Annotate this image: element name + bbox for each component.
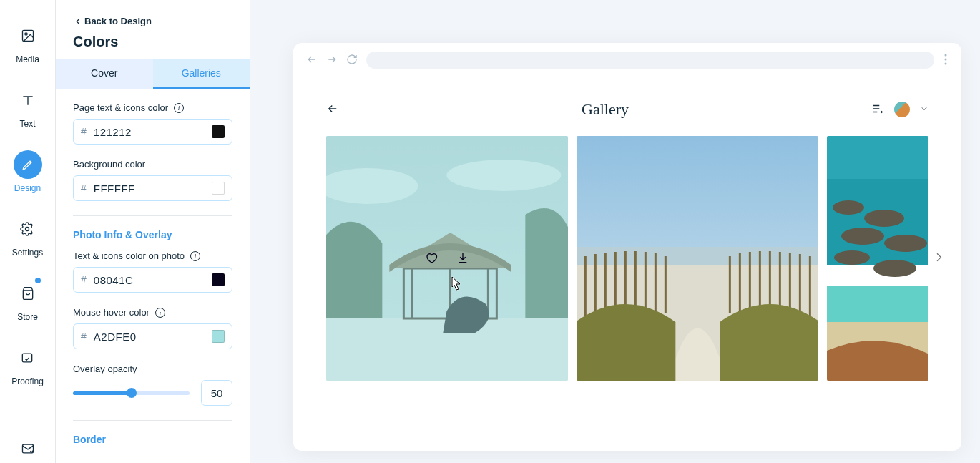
opacity-slider[interactable] [73,386,190,400]
section-border: Border [73,434,232,445]
rail-label: Proofing [11,376,44,386]
info-icon[interactable]: i [190,251,200,261]
rail-item-store[interactable]: Store [14,279,42,322]
svg-point-7 [945,62,947,64]
download-icon[interactable] [456,251,469,266]
rail-item-proofing[interactable]: Proofing [11,343,44,386]
gear-icon [13,215,41,243]
cursor-icon [448,276,462,295]
tab-cover[interactable]: Cover [56,59,153,89]
rail-item-media[interactable]: Media [14,21,42,64]
info-icon[interactable]: i [155,308,165,318]
field-background-color: Background color # FFFFFF [73,159,232,201]
browser-frame: Gallery [293,43,961,451]
rail-item-mail[interactable] [14,434,42,463]
gallery-next-icon[interactable] [933,248,944,270]
design-panel: Back to Design Colors Cover Galleries Pa… [56,0,250,463]
chevron-left-icon [73,16,83,26]
gallery-row [326,136,928,381]
field-page-text-color: Page text & icons color i # 121212 [73,102,232,145]
opacity-value[interactable]: 50 [201,380,232,406]
tab-galleries[interactable]: Galleries [153,59,250,89]
gallery-photo-1[interactable] [326,136,568,381]
panel-tabs: Cover Galleries [56,59,250,89]
bg-hex: FFFFFF [94,182,205,195]
page-title: Gallery [339,100,871,119]
chevron-down-icon[interactable] [920,104,928,115]
bag-icon [14,279,42,308]
pencil-icon [14,150,42,179]
field-text-on-photo-color: Text & icons color on photo i # 08041C [73,250,232,293]
proofing-icon [13,343,41,372]
field-overlay-opacity: Overlay opacity 50 [73,364,232,406]
svg-point-5 [945,54,947,56]
page-back-icon[interactable] [326,102,339,117]
svg-point-42 [864,210,904,227]
rail-item-settings[interactable]: Settings [12,215,43,258]
browser-address-bar [293,43,961,77]
rail-label: Store [17,312,38,322]
divider [73,215,232,216]
gallery-photo-3[interactable] [827,136,928,381]
text-on-photo-hex: 08041C [94,274,205,286]
svg-point-2 [26,228,29,231]
bg-swatch[interactable] [212,182,225,195]
hover-color-input[interactable]: # A2DFE0 [73,323,232,349]
browser-menu-icon[interactable] [943,54,949,67]
photo-actions [326,136,568,381]
slider-thumb[interactable] [127,388,137,398]
page-text-hex: 121212 [94,126,205,138]
text-on-photo-swatch[interactable] [212,273,225,286]
page-text-label: Page text & icons color [73,102,168,113]
browser-refresh-icon[interactable] [346,54,358,67]
rail-item-text[interactable]: Text [14,86,42,129]
rail-label: Design [14,183,41,193]
heart-icon[interactable] [425,251,438,266]
avatar[interactable] [894,102,910,117]
rail-item-design[interactable]: Design [14,150,42,193]
hash-symbol: # [81,274,87,286]
field-hover-color: Mouse hover color i # A2DFE0 [73,307,232,349]
preview-canvas: Gallery [250,0,980,463]
rail-label: Settings [12,248,43,258]
section-photo-info: Photo Info & Overlay [73,229,232,240]
divider [73,420,232,421]
page-text-color-input[interactable]: # 121212 [73,119,232,145]
panel-title: Colors [73,34,232,50]
hash-symbol: # [81,182,87,194]
text-on-photo-color-input[interactable]: # 08041C [73,267,232,293]
svg-point-1 [24,33,26,35]
bg-color-input[interactable]: # FFFFFF [73,175,232,201]
svg-point-6 [945,58,947,60]
opacity-label: Overlay opacity [73,364,137,374]
playlist-icon[interactable] [871,102,884,117]
svg-rect-3 [23,354,32,362]
hover-label: Mouse hover color [73,307,150,318]
browser-back-icon[interactable] [306,54,318,67]
gallery-page: Gallery [293,77,961,381]
text-icon [14,86,42,114]
hover-hex: A2DFE0 [94,331,205,343]
browser-url-field[interactable] [366,52,934,69]
svg-point-43 [841,228,884,245]
svg-point-41 [833,200,864,215]
svg-rect-17 [577,247,819,265]
mail-check-icon [21,442,35,456]
back-label: Back to Design [84,16,152,26]
hover-swatch[interactable] [212,330,225,343]
gallery-photo-2[interactable] [577,136,819,381]
rail-label: Text [19,119,35,129]
hash-symbol: # [81,126,87,137]
media-icon [14,21,42,50]
rail-label: Media [16,54,39,64]
page-text-swatch[interactable] [212,125,225,138]
text-on-photo-label: Text & icons color on photo [73,250,185,261]
hash-symbol: # [81,331,87,342]
back-to-design-link[interactable]: Back to Design [73,16,152,26]
browser-forward-icon[interactable] [326,54,338,67]
svg-point-44 [884,235,927,252]
svg-point-46 [873,260,916,277]
bg-label: Background color [73,159,145,170]
left-icon-rail: Media Text Design Settings Store [0,0,56,463]
info-icon[interactable]: i [174,103,184,113]
